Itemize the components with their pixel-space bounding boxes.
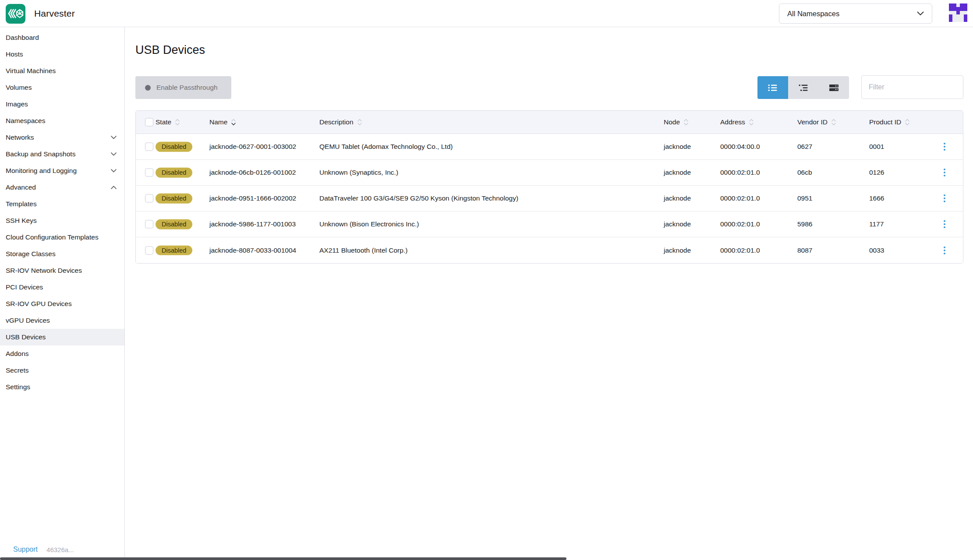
column-header[interactable]: Address <box>720 118 754 126</box>
sidebar-item[interactable]: SSH Keys <box>0 212 124 229</box>
sidebar-item[interactable]: SR-IOV GPU Devices <box>0 296 124 312</box>
column-header[interactable]: Vendor ID <box>797 118 836 126</box>
user-avatar[interactable] <box>949 4 967 22</box>
sort-chevrons-icon <box>231 119 236 126</box>
row-actions-kebab[interactable] <box>941 140 948 153</box>
row-actions-kebab[interactable] <box>941 218 948 231</box>
column-header[interactable]: Node <box>664 118 688 126</box>
sidebar-item-label: Addons <box>6 350 29 358</box>
device-vendor-id: 06cb <box>797 169 812 176</box>
sidebar-item[interactable]: Advanced <box>0 179 124 196</box>
row-checkbox[interactable] <box>145 194 153 203</box>
device-name: jacknode-0627-0001-003002 <box>209 143 296 151</box>
column-header[interactable]: Description <box>319 118 362 126</box>
sidebar-item[interactable]: Secrets <box>0 362 124 379</box>
sidebar-item[interactable]: Virtual Machines <box>0 63 124 79</box>
top-bar: Harvester All Namespaces <box>0 0 973 27</box>
enable-passthrough-label: Enable Passthrough <box>156 84 218 92</box>
sidebar-item[interactable]: PCI Devices <box>0 279 124 296</box>
device-vendor-id: 0627 <box>797 143 812 151</box>
select-all-checkbox[interactable] <box>145 118 153 127</box>
sidebar-item-label: Settings <box>6 383 30 391</box>
sidebar-item[interactable]: SR-IOV Network Devices <box>0 262 124 279</box>
column-header[interactable]: State <box>156 118 180 126</box>
device-address: 0000:02:01.0 <box>720 169 760 176</box>
sidebar-item-label: Images <box>6 100 28 108</box>
sidebar-item[interactable]: Templates <box>0 196 124 212</box>
sidebar-item-label: Virtual Machines <box>6 67 56 75</box>
sidebar-item[interactable]: Monitoring and Logging <box>0 162 124 179</box>
sidebar-item-label: PCI Devices <box>6 283 43 291</box>
device-node: jacknode <box>664 194 691 202</box>
row-actions-kebab[interactable] <box>941 166 948 179</box>
row-checkbox[interactable] <box>145 220 153 229</box>
status-badge: Disabled <box>156 219 192 229</box>
row-checkbox[interactable] <box>145 246 153 254</box>
row-checkbox[interactable] <box>145 169 153 177</box>
sidebar: Dashboard Hosts Virtual Machines Volumes… <box>0 27 125 560</box>
grouped-view-button[interactable] <box>788 76 819 99</box>
row-checkbox[interactable] <box>145 143 153 151</box>
enable-passthrough-button[interactable]: Enable Passthrough <box>135 76 231 99</box>
device-node: jacknode <box>664 220 691 228</box>
card-view-button[interactable] <box>818 76 849 99</box>
sidebar-item[interactable]: Storage Classes <box>0 246 124 262</box>
sidebar-item-label: Hosts <box>6 50 23 58</box>
sidebar-item-label: Templates <box>6 200 37 208</box>
chevron-down-icon <box>917 11 924 16</box>
device-node: jacknode <box>664 247 691 254</box>
device-address: 0000:02:01.0 <box>720 220 760 228</box>
sidebar-item[interactable]: USB Devices <box>0 329 124 345</box>
filter-input[interactable] <box>861 75 963 99</box>
device-description: Unknown (Bison Electronics Inc.) <box>319 220 419 228</box>
sidebar-item[interactable]: Images <box>0 96 124 113</box>
chevron-icon <box>111 169 117 173</box>
column-header[interactable]: Name <box>209 118 236 126</box>
sidebar-item[interactable]: Namespaces <box>0 113 124 129</box>
namespace-selector[interactable]: All Namespaces <box>779 4 932 24</box>
sidebar-item[interactable]: vGPU Devices <box>0 312 124 329</box>
column-header[interactable]: Product ID <box>869 118 909 126</box>
version-text: 46326a... <box>46 546 74 553</box>
sort-chevrons-icon <box>357 119 362 126</box>
device-description: DataTraveler 100 G3/G4/SE9 G2/50 Kyson (… <box>319 194 518 202</box>
sidebar-item-label: Namespaces <box>6 117 45 125</box>
chevron-icon <box>111 152 117 156</box>
device-description: Unknown (Synaptics, Inc.) <box>319 169 398 176</box>
table-row: Disabled jacknode-8087-0033-001004 AX211… <box>136 237 963 263</box>
support-link[interactable]: Support <box>13 546 38 553</box>
device-description: AX211 Bluetooth (Intel Corp.) <box>319 247 407 254</box>
row-actions-kebab[interactable] <box>941 192 948 205</box>
device-address: 0000:02:01.0 <box>720 194 760 202</box>
sidebar-item-label: Advanced <box>6 183 36 191</box>
chevron-icon <box>111 186 117 189</box>
horizontal-scrollbar[interactable] <box>0 557 566 560</box>
sidebar-item[interactable]: Networks <box>0 129 124 146</box>
device-product-id: 1666 <box>869 194 884 202</box>
device-product-id: 0001 <box>869 143 884 151</box>
harvester-logo-icon[interactable] <box>6 4 25 24</box>
sidebar-item[interactable]: Settings <box>0 379 124 395</box>
sidebar-item[interactable]: Hosts <box>0 46 124 63</box>
sidebar-item-label: Volumes <box>6 84 32 92</box>
sidebar-item-label: Backup and Snapshots <box>6 150 75 158</box>
sidebar-item[interactable]: Cloud Configuration Templates <box>0 229 124 246</box>
sidebar-item-label: SR-IOV Network Devices <box>6 267 82 275</box>
sidebar-item[interactable]: Addons <box>0 345 124 362</box>
list-view-button[interactable] <box>757 76 788 99</box>
device-address: 0000:02:01.0 <box>720 247 760 254</box>
sidebar-item[interactable]: Backup and Snapshots <box>0 146 124 162</box>
sidebar-item-label: Storage Classes <box>6 250 56 258</box>
table-row: Disabled jacknode-0951-1666-002002 DataT… <box>136 186 963 211</box>
table-row: Disabled jacknode-5986-1177-001003 Unkno… <box>136 211 963 237</box>
sidebar-item-label: Cloud Configuration Templates <box>6 233 99 241</box>
table-header-row: State Name Description <box>136 111 963 134</box>
app-title: Harvester <box>34 0 75 27</box>
sidebar-item-label: Networks <box>6 134 34 141</box>
status-badge: Disabled <box>156 142 192 152</box>
sidebar-nav: Dashboard Hosts Virtual Machines Volumes… <box>0 27 124 395</box>
sidebar-item[interactable]: Dashboard <box>0 29 124 46</box>
row-actions-kebab[interactable] <box>941 244 948 257</box>
sidebar-item[interactable]: Volumes <box>0 79 124 96</box>
device-vendor-id: 8087 <box>797 247 812 254</box>
